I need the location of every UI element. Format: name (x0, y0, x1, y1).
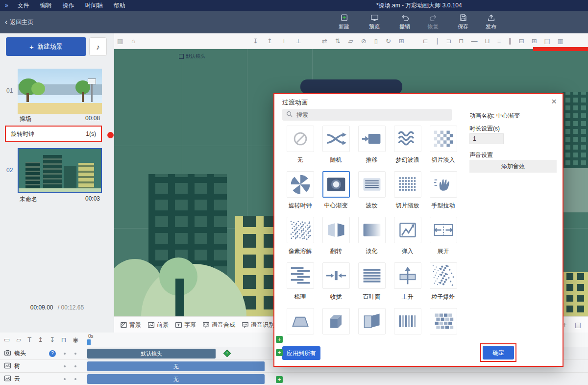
transition-effect-随机[interactable]: 随机 (318, 126, 354, 171)
transition-effect-手型拉动[interactable]: 手型拉动 (425, 171, 461, 217)
move-up-icon[interactable]: ↥ (38, 336, 43, 343)
send-bottom-icon[interactable]: ↧ (253, 37, 258, 45)
ok-button[interactable]: 确定 (483, 346, 514, 359)
panel-toggle-icon[interactable]: ▤ (575, 321, 581, 329)
menu-操作[interactable]: 操作 (57, 2, 80, 9)
transition-effect-旋转时钟[interactable]: 旋转时钟 (282, 171, 318, 217)
move-up-layer-icon[interactable]: ⊤ (281, 37, 287, 45)
transition-effect-切片淡入[interactable]: 切片淡入 (425, 126, 461, 171)
home-icon[interactable]: ⌂ (131, 37, 135, 45)
keyframe-diamond-icon[interactable]: + (223, 350, 231, 358)
transition-effect-hidden-24[interactable] (425, 308, 461, 339)
scene-2-thumbnail[interactable] (18, 148, 102, 193)
transition-effect-推移[interactable]: 推移 (354, 126, 390, 171)
timeline-bar[interactable]: 无 (87, 374, 265, 384)
align-bottom-icon[interactable]: ⊔ (485, 37, 490, 45)
redo-button[interactable]: 恢复 (420, 13, 446, 30)
search-input[interactable] (295, 111, 440, 119)
add-effect-button[interactable]: + (276, 349, 283, 356)
grid-icon[interactable]: ▦ (117, 37, 123, 45)
toggle-dot[interactable] (64, 365, 66, 367)
rotate-icon[interactable]: ↻ (386, 37, 391, 45)
menu-帮助[interactable]: 帮助 (108, 2, 131, 9)
subtitle-button[interactable]: 字幕 (175, 321, 196, 329)
duration-input[interactable] (469, 133, 504, 144)
align-right-icon[interactable]: ⊐ (446, 37, 451, 45)
equal-size-icon[interactable]: ▤ (544, 37, 550, 45)
transition-effect-切片缩放[interactable]: 切片缩放 (390, 171, 425, 217)
same-width-icon[interactable]: ⊟ (519, 37, 524, 45)
undo-button[interactable]: 撤销 (392, 13, 417, 30)
lock-track-icon[interactable]: ⊓ (61, 336, 66, 343)
new-button[interactable]: 新建 (331, 13, 357, 30)
transition-effect-无[interactable]: 无 (282, 126, 318, 171)
add-sound-button[interactable]: 添加音效 (469, 160, 557, 173)
bring-top-icon[interactable]: ↥ (267, 37, 272, 45)
toggle-dot[interactable] (74, 378, 76, 380)
save-button[interactable]: 保存 (450, 13, 476, 30)
transition-effect-收拢[interactable]: 收拢 (318, 262, 354, 308)
text-tool-icon[interactable]: T (27, 336, 31, 343)
publish-button[interactable]: 发布 (478, 13, 504, 30)
background-button[interactable]: 背景 (120, 321, 141, 329)
flip-v-icon[interactable]: ⇅ (335, 37, 341, 45)
skew-icon[interactable]: ▱ (348, 37, 353, 45)
tts-button[interactable]: 语音合成 (202, 321, 235, 329)
speech-recognition-button[interactable]: 语音识别 (242, 321, 274, 329)
background-music-button[interactable]: ♪ (89, 37, 107, 56)
preview-button[interactable]: 预览 (362, 13, 387, 30)
lock-icon[interactable]: ⊘ (361, 37, 367, 45)
move-down-icon[interactable]: ↧ (49, 336, 55, 343)
transition-effect-百叶窗[interactable]: 百叶窗 (354, 262, 390, 308)
toggle-dot[interactable] (64, 353, 66, 355)
scene-1-thumbnail[interactable] (18, 69, 102, 114)
distribute-v-icon[interactable]: ≡ (497, 37, 501, 45)
add-effect-button[interactable]: + (276, 336, 283, 343)
menu-时间轴[interactable]: 时间轴 (80, 2, 108, 9)
playhead-handle[interactable] (87, 339, 91, 345)
new-scene-button[interactable]: + 新建场景 (6, 37, 86, 56)
transition-effect-展开[interactable]: 展开 (425, 217, 461, 262)
transition-effect-弹入[interactable]: 弹入 (390, 217, 425, 262)
menu-编辑[interactable]: 编辑 (35, 2, 57, 9)
transition-effect-翻转[interactable]: 翻转 (318, 217, 354, 262)
transition-effect-hidden-21[interactable] (318, 308, 354, 339)
help-icon[interactable]: ? (49, 350, 56, 357)
align-left-icon[interactable]: ⊏ (423, 37, 428, 45)
distribute-h-icon[interactable]: ∥ (508, 37, 512, 45)
transition-item[interactable]: 旋转时钟 1(s) (5, 126, 102, 142)
visibility-icon[interactable]: ◉ (73, 336, 78, 343)
swap-icon[interactable]: ▥ (558, 37, 564, 45)
transition-effect-上升[interactable]: 上升 (390, 262, 425, 308)
timeline-bar[interactable]: 无 (87, 361, 265, 371)
transition-effect-粒子爆炸[interactable]: 粒子爆炸 (425, 262, 461, 308)
flip-h-icon[interactable]: ⇄ (322, 37, 327, 45)
transition-effect-淡化[interactable]: 淡化 (354, 217, 390, 262)
new-folder-icon[interactable]: ▭ (4, 336, 10, 343)
toggle-dot[interactable] (74, 365, 76, 367)
back-home-button[interactable]: ‹ 返回主页 (5, 11, 33, 33)
timeline-bar[interactable]: 默认镜头 (87, 349, 216, 359)
move-down-layer-icon[interactable]: ⊥ (295, 37, 301, 45)
close-icon[interactable]: × (551, 96, 557, 107)
transition-effect-中心渐变[interactable]: 中心渐变 (318, 171, 354, 217)
same-height-icon[interactable]: ⊞ (532, 37, 537, 45)
apply-to-all-button[interactable]: 应用到所有 (282, 346, 320, 360)
transition-effect-hidden-22[interactable] (354, 308, 390, 339)
align-middle-icon[interactable]: — (471, 37, 477, 45)
group-icon[interactable]: ⊞ (399, 37, 404, 45)
transition-effect-梳理[interactable]: 梳理 (282, 262, 318, 308)
toggle-dot[interactable] (64, 378, 66, 380)
transition-effect-hidden-20[interactable] (282, 308, 318, 339)
transition-effect-hidden-23[interactable] (390, 308, 425, 339)
add-effect-button[interactable]: + (276, 376, 283, 383)
foreground-button[interactable]: 前景 (147, 321, 169, 329)
menu-文件[interactable]: 文件 (12, 2, 35, 9)
align-top-icon[interactable]: ⊓ (459, 37, 464, 45)
transition-effect-波纹[interactable]: 波纹 (354, 171, 390, 217)
transition-effect-像素溶解[interactable]: 像素溶解 (282, 217, 318, 262)
transition-effect-梦幻波浪[interactable]: 梦幻波浪 (390, 126, 425, 171)
align-center-h-icon[interactable]: ∣ (436, 37, 439, 45)
toggle-dot[interactable] (74, 353, 76, 355)
import-icon[interactable]: ▱ (16, 336, 21, 343)
